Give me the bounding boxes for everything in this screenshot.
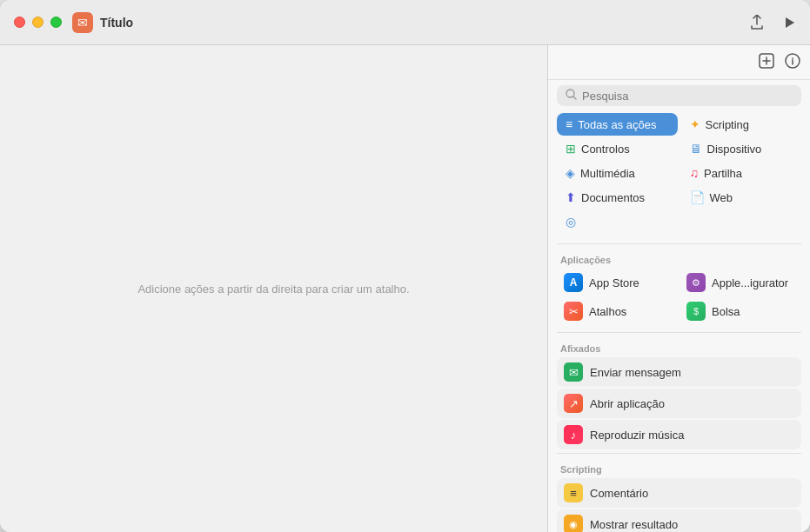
minimize-button[interactable] [32, 17, 44, 28]
atalhos-label: Atalhos [589, 305, 626, 318]
tab-documentos-label: Web [710, 191, 733, 204]
localizacao-icon: ◈ [566, 166, 575, 180]
share-button[interactable] [749, 15, 765, 30]
divider-apps [557, 332, 801, 333]
window-title: Título [100, 16, 133, 30]
titlebar-actions [749, 15, 796, 30]
divider-categories [557, 243, 801, 244]
search-icon [566, 89, 577, 103]
tab-controlos[interactable]: ⊞ Controlos [557, 137, 678, 160]
tab-dispositivo[interactable]: 🖥 Dispositivo [681, 137, 802, 160]
tab-localizacao-label: Multimédia [580, 167, 635, 180]
app-window: ✉ Título Adicione ações a partir da dire… [0, 0, 810, 532]
bolsa-icon: $ [686, 302, 706, 321]
action-abrir-aplicacao[interactable]: ↗ Abrir aplicação [557, 389, 801, 418]
main-panel: Adicione ações a partir da direita para … [0, 45, 547, 532]
abrir-aplicacao-icon: ↗ [564, 394, 583, 413]
mostrar-resultado-label: Mostrar resultado [590, 518, 678, 531]
tab-multimidia-label: Partilha [704, 167, 742, 180]
content-area: Adicione ações a partir da direita para … [0, 45, 810, 532]
play-button[interactable] [782, 16, 796, 30]
tab-documentos[interactable]: 📄 Web [681, 186, 802, 209]
search-input[interactable] [582, 90, 793, 103]
reproduzir-musica-icon: ♪ [564, 425, 583, 444]
search-bar [557, 85, 801, 106]
section-scripting-header: Scripting [548, 457, 810, 478]
tab-todas-label: Todas as ações [578, 118, 656, 131]
sidebar-info-button[interactable] [784, 52, 801, 74]
appleconfigurator-label: Apple...igurator [712, 276, 788, 289]
app-item-appleconfigurator[interactable]: ⚙ Apple...igurator [679, 269, 801, 296]
action-mostrar-resultado[interactable]: ◉ Mostrar resultado [557, 509, 801, 532]
empty-hint: Adicione ações a partir da direita para … [137, 283, 409, 296]
scripting-list: ≡ Comentário ◉ Mostrar resultado ! Mostr… [548, 478, 810, 532]
reproduzir-musica-label: Reproduzir música [590, 429, 684, 442]
tab-partilha[interactable]: ⬆ Documentos [557, 186, 678, 209]
action-comentario[interactable]: ≡ Comentário [557, 478, 801, 508]
app-item-appstore[interactable]: A App Store [557, 269, 679, 296]
web-icon: ◎ [566, 215, 576, 229]
enviar-mensagem-icon: ✉ [564, 362, 583, 382]
comentario-label: Comentário [590, 487, 648, 500]
sidebar-scroll[interactable]: Aplicações A App Store ⚙ Apple...igurato… [548, 248, 810, 532]
atalhos-icon: ✂ [564, 302, 583, 321]
tab-controlos-label: Controlos [581, 143, 630, 156]
svg-marker-0 [786, 17, 794, 28]
enviar-mensagem-label: Enviar mensagem [590, 366, 681, 379]
partilha-icon: ⬆ [566, 190, 576, 204]
action-reproduzir-musica[interactable]: ♪ Reproduzir música [557, 420, 801, 449]
titlebar: ✉ Título [0, 0, 810, 45]
appleconfigurator-icon: ⚙ [686, 273, 706, 292]
tab-localizacao[interactable]: ◈ Multimédia [557, 162, 678, 184]
action-enviar-mensagem[interactable]: ✉ Enviar mensagem [557, 357, 801, 387]
tab-scripting-label: Scripting [706, 118, 750, 131]
list-icon: ≡ [566, 117, 572, 131]
tab-todas-as-acoes[interactable]: ≡ Todas as ações [557, 113, 678, 136]
afixados-list: ✉ Enviar mensagem ↗ Abrir aplicação ♪ Re… [548, 357, 810, 449]
controlos-icon: ⊞ [566, 142, 576, 156]
mostrar-resultado-icon: ◉ [564, 515, 583, 532]
section-aplicacoes-header: Aplicações [548, 248, 810, 269]
multimidia-icon: ♫ [690, 166, 700, 180]
sidebar-header [548, 45, 810, 80]
divider-afixados [557, 453, 801, 454]
close-button[interactable] [14, 17, 25, 28]
bolsa-label: Bolsa [712, 305, 740, 318]
sidebar: ≡ Todas as ações ✦ Scripting ⊞ Controlos… [547, 45, 810, 532]
tab-scripting[interactable]: ✦ Scripting [681, 113, 802, 136]
appstore-label: App Store [589, 276, 639, 289]
tab-dispositivo-label: Dispositivo [707, 143, 762, 156]
tab-partilha-label: Documentos [581, 191, 645, 204]
abrir-aplicacao-label: Abrir aplicação [590, 397, 665, 410]
traffic-lights [14, 17, 62, 28]
app-item-atalhos[interactable]: ✂ Atalhos [557, 297, 679, 325]
section-afixados-header: Afixados [548, 336, 810, 357]
category-tabs: ≡ Todas as ações ✦ Scripting ⊞ Controlos… [548, 113, 810, 240]
app-icon: ✉ [72, 12, 93, 33]
scripting-icon: ✦ [690, 117, 700, 131]
tab-web[interactable]: ◎ [557, 210, 678, 233]
documentos-icon: 📄 [690, 190, 705, 204]
sidebar-add-button[interactable] [758, 52, 775, 74]
app-grid: A App Store ⚙ Apple...igurator ✂ [548, 269, 810, 329]
app-icon-char: ✉ [77, 16, 88, 30]
appstore-icon: A [564, 273, 583, 292]
app-icon-area: ✉ Título [72, 12, 133, 33]
tab-multimidia[interactable]: ♫ Partilha [681, 162, 802, 184]
dispositivo-icon: 🖥 [690, 142, 702, 156]
maximize-button[interactable] [50, 17, 62, 28]
comentario-icon: ≡ [564, 483, 583, 502]
app-item-bolsa[interactable]: $ Bolsa [679, 297, 801, 325]
